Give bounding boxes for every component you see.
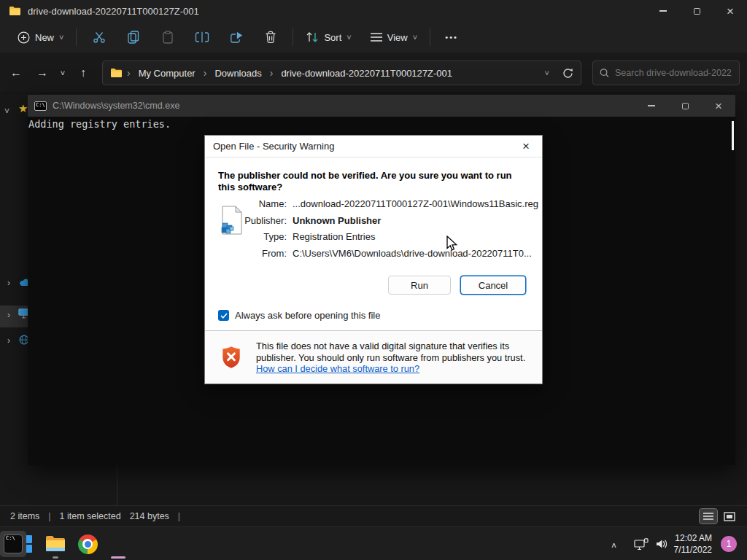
toolbar-separator bbox=[430, 28, 430, 46]
refresh-button[interactable] bbox=[562, 68, 573, 79]
run-button[interactable]: Run bbox=[388, 276, 451, 295]
delete-button[interactable] bbox=[253, 25, 287, 50]
clock[interactable]: 12:02 AM 7/11/2022 bbox=[674, 532, 713, 556]
tray-overflow-button[interactable]: ˅ bbox=[605, 528, 623, 560]
sort-label: Sort bbox=[324, 32, 341, 43]
items-count: 2 items bbox=[10, 511, 39, 521]
field-publisher: Publisher: Unknown Publisher bbox=[205, 215, 542, 232]
warning-text: This file does not have a valid digital … bbox=[256, 341, 527, 363]
field-label: Publisher: bbox=[205, 215, 293, 226]
breadcrumb-separator: › bbox=[268, 67, 275, 79]
maximize-button[interactable] bbox=[668, 95, 702, 117]
forward-button[interactable]: → bbox=[32, 63, 53, 83]
address-bar[interactable]: › My Computer › Downloads › drive-downlo… bbox=[102, 61, 581, 85]
maximize-icon bbox=[694, 8, 700, 15]
new-button[interactable]: New ˅ bbox=[10, 26, 71, 49]
paste-button[interactable] bbox=[150, 25, 185, 50]
speaker-icon bbox=[655, 538, 668, 550]
status-divider: | bbox=[48, 511, 50, 521]
cut-button[interactable] bbox=[82, 25, 116, 50]
pane-divider[interactable] bbox=[117, 464, 117, 505]
chevron-down-icon: ˅ bbox=[59, 34, 63, 42]
sort-button[interactable]: Sort ˅ bbox=[298, 26, 358, 49]
scrollbar-thumb[interactable] bbox=[732, 121, 734, 150]
maximize-button[interactable] bbox=[680, 0, 713, 22]
chevron-right-icon[interactable]: › bbox=[7, 310, 10, 320]
rename-button[interactable] bbox=[185, 25, 219, 50]
explorer-status-bar: 2 items | 1 item selected 214 bytes | bbox=[0, 505, 747, 526]
cmd-window-controls: × bbox=[635, 95, 735, 117]
minimize-icon bbox=[659, 10, 667, 11]
volume-tray-button[interactable] bbox=[652, 527, 671, 560]
minimize-button[interactable] bbox=[646, 0, 680, 22]
trash-icon bbox=[265, 31, 276, 44]
quick-access-star-icon[interactable]: ★ bbox=[18, 102, 28, 115]
copy-button[interactable] bbox=[116, 25, 150, 50]
file-explorer-icon bbox=[45, 535, 66, 553]
always-ask-checkbox-row[interactable]: Always ask before opening this file bbox=[218, 310, 380, 321]
explorer-address-row: ← → ˅ ↑ › My Computer › Downloads › driv… bbox=[0, 52, 747, 93]
folder-icon bbox=[9, 6, 21, 16]
icons-view-toggle[interactable] bbox=[721, 509, 738, 524]
chevron-right-icon[interactable]: › bbox=[7, 278, 10, 288]
dialog-fields: Name: ...download-20220711T000127Z-001\W… bbox=[205, 198, 542, 264]
console-output: Adding registry entries. bbox=[28, 118, 171, 130]
minimize-button[interactable] bbox=[635, 95, 668, 117]
chevron-down-icon[interactable]: ˅ bbox=[4, 106, 9, 117]
close-button[interactable]: × bbox=[713, 0, 747, 22]
back-button[interactable]: ← bbox=[6, 63, 26, 83]
see-more-button[interactable]: ••• bbox=[436, 26, 468, 49]
view-label: View bbox=[387, 32, 408, 43]
chevron-down-icon: ˅ bbox=[347, 34, 351, 42]
recent-locations-button[interactable]: ˅ bbox=[55, 63, 70, 83]
clock-time: 12:02 AM bbox=[674, 532, 713, 544]
dialog-title: Open File - Security Warning bbox=[213, 141, 334, 152]
dialog-buttons: Run Cancel bbox=[388, 276, 526, 295]
icons-view-icon bbox=[724, 512, 735, 521]
cmd-titlebar[interactable]: C:\ C:\Windows\system32\cmd.exe × bbox=[28, 95, 735, 117]
breadcrumb-my-computer[interactable]: My Computer bbox=[135, 68, 199, 79]
share-button[interactable] bbox=[219, 25, 253, 50]
field-value: ...download-20220711T000127Z-001\Windows… bbox=[293, 198, 538, 209]
clock-date: 7/11/2022 bbox=[674, 544, 713, 556]
cancel-button[interactable]: Cancel bbox=[460, 276, 526, 295]
details-view-toggle[interactable] bbox=[700, 509, 717, 524]
running-indicator bbox=[53, 556, 58, 559]
field-from: From: C:\Users\VM6\Downloads\drive-downl… bbox=[205, 248, 542, 265]
dialog-close-button[interactable]: × bbox=[510, 136, 542, 158]
how-to-decide-link[interactable]: How can I decide what software to run? bbox=[256, 363, 419, 374]
breadcrumb-current-folder[interactable]: drive-download-20220711T000127Z-001 bbox=[277, 68, 456, 79]
folder-icon bbox=[110, 68, 123, 78]
field-label: From: bbox=[205, 248, 293, 259]
chevron-right-icon[interactable]: › bbox=[7, 335, 10, 346]
window-controls: × bbox=[646, 0, 747, 22]
breadcrumb-downloads[interactable]: Downloads bbox=[211, 68, 265, 79]
search-box[interactable] bbox=[592, 61, 740, 85]
network-tray-button[interactable] bbox=[632, 527, 651, 560]
up-button[interactable]: ↑ bbox=[73, 63, 93, 83]
taskbar-file-explorer-button[interactable] bbox=[44, 532, 67, 556]
notification-badge[interactable]: 1 bbox=[721, 536, 737, 552]
details-view-icon bbox=[703, 512, 714, 521]
dialog-titlebar[interactable]: Open File - Security Warning × bbox=[205, 136, 542, 158]
checkbox-label: Always ask before opening this file bbox=[235, 310, 380, 321]
dialog-warning-footer: This file does not have a valid digital … bbox=[205, 330, 542, 384]
close-button[interactable]: × bbox=[702, 95, 735, 117]
minimize-icon bbox=[648, 105, 655, 106]
explorer-command-bar: New ˅ Sort ˅ View ˅ bbox=[0, 22, 747, 52]
chevron-up-icon: ˅ bbox=[611, 540, 616, 550]
search-input[interactable] bbox=[615, 68, 732, 78]
maximize-icon bbox=[682, 103, 689, 109]
clipboard-icon bbox=[162, 31, 174, 44]
view-button[interactable]: View ˅ bbox=[363, 26, 425, 49]
taskbar-cmd-button[interactable]: C:\ bbox=[0, 531, 26, 557]
taskbar-chrome-button[interactable] bbox=[76, 532, 99, 556]
copy-icon bbox=[128, 31, 139, 44]
search-icon bbox=[600, 68, 609, 78]
checkbox-checked[interactable] bbox=[218, 310, 229, 321]
new-label: New bbox=[35, 32, 54, 43]
cmd-icon: C:\ bbox=[34, 101, 47, 111]
network-icon bbox=[634, 538, 649, 551]
address-dropdown-button[interactable]: ˅ bbox=[545, 69, 549, 77]
security-warning-dialog: Open File - Security Warning × The publi… bbox=[204, 135, 543, 384]
